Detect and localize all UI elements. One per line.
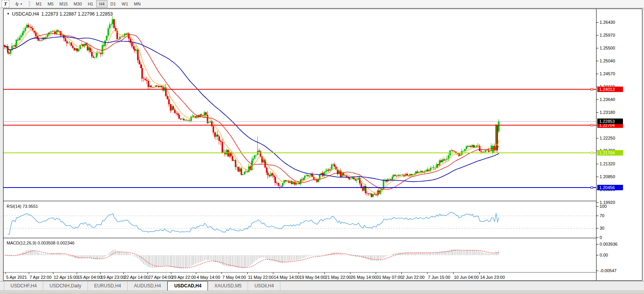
time-tick-mark [299,273,299,274]
time-tick-mark [376,273,376,274]
chart-tab-eurusd[interactable]: EURUSD,H4 [88,282,128,290]
price-axis[interactable]: 1.264301.259701.255001.250401.245701.241… [596,9,642,280]
price-line-badge: 1.20456 [597,185,623,190]
time-tick-mark [29,273,29,274]
axis-tick-mark [596,48,598,48]
time-tick-label: 5 Apr 2021 [6,275,27,280]
time-tick-mark [222,273,222,274]
time-tick-mark [171,273,171,274]
axis-tick-mark [596,61,598,61]
price-tick-label: 1.21320 [600,161,615,166]
time-tick-label: 14 Jun 23:00 [480,275,505,280]
time-tick-label: 7 May 04:00 [222,275,246,280]
rsi-tick-label: 100 [600,204,607,209]
time-tick-label: 10 Jun 04:00 [454,275,479,280]
current-price-badge: 1.22853 [597,119,623,124]
macd-canvas[interactable] [4,239,596,272]
axis-tick-mark [596,206,598,207]
chart-title: ▼ USDCAD,H4 1.22873 1.22887 1.22796 1.22… [7,11,113,17]
chart-tab-usdchf[interactable]: USDCHF,H4 [4,282,43,290]
price-tick-label: 1.26430 [600,20,615,25]
time-tick-label: 19 Apr 23:00 [101,275,125,280]
rsi-canvas[interactable] [4,202,596,237]
rsi-tick-label: 70 [600,213,604,218]
chart-tab-usoil[interactable]: USOil,H4 [248,282,280,290]
time-tick-label: 21 May 22:00 [325,275,351,280]
timeframe-button-h1[interactable]: H1 [85,0,96,7]
price-tick-label: 1.24570 [600,71,615,76]
time-tick-mark [324,273,325,274]
timeframe-button-m15[interactable]: M15 [57,0,70,7]
time-tick-mark [247,273,248,274]
macd-tick-label: -0.00547 [600,268,616,273]
time-tick-label: 29 Apr 22:00 [172,275,196,280]
time-tick-mark [453,273,454,274]
arrows-icon [14,2,19,7]
timeframe-button-d1[interactable]: D1 [108,0,119,7]
macd-tick-label: 0.003936 [600,242,618,246]
time-tick-mark [77,273,77,274]
axis-tick-mark [596,22,598,23]
chart-tab-usdcnh[interactable]: USDCNH,Daily [43,282,88,290]
top-toolbar: T ▾ M1M5M15M30H1H4D1W1MN [0,0,644,8]
timeframe-button-m30[interactable]: M30 [71,0,84,7]
time-tick-label: 4 May 14:00 [197,275,220,280]
rsi-tick-label: 0 [600,235,602,240]
axis-tick-mark [596,228,598,228]
chart-window: ▼ USDCAD,H4 1.22873 1.22887 1.22796 1.22… [3,9,642,281]
price-line-badge: 1.21704 [597,150,623,156]
time-tick-mark [100,273,100,274]
axis-tick-mark [596,138,598,138]
timeframe-button-m1[interactable]: M1 [33,0,44,7]
axis-tick-mark [596,255,598,255]
chart-tab-audusd[interactable]: AUDUSD,H4 [128,282,167,290]
text-tool-button[interactable]: T [2,0,9,7]
time-tick-mark [273,273,273,274]
axis-tick-mark [596,35,598,35]
time-tick-mark [479,273,480,274]
time-tick-mark [148,273,148,274]
chart-tab-xauusd[interactable]: XAUUSD,M5 [208,282,248,290]
time-tick-label: 27 Apr 04:00 [148,275,172,280]
axis-tick-mark [596,164,598,164]
time-tick-label: 31 May 07:00 [377,275,403,280]
time-tick-mark [123,273,124,274]
price-tick-label: 1.25500 [600,46,615,50]
time-tick-label: 22 Apr 14:00 [124,275,148,280]
price-tick-label: 1.25970 [600,33,615,37]
mt4-window: T ▾ M1M5M15M30H1H4D1W1MN ▼ USDCAD,H4 1.2… [0,0,644,294]
timeframe-button-h4[interactable]: H4 [96,0,107,7]
timeframe-group: M1M5M15M30H1H4D1W1MN [33,0,144,7]
status-bar [0,290,644,294]
time-tick-label: 7 Apr 22:00 [30,275,51,280]
arrows-tool-button[interactable]: ▾ [12,0,25,7]
time-tick-label: 2 Jun 22:00 [402,275,425,280]
rsi-tick-label: 30 [600,226,604,230]
chart-tab-bar: USDCHF,H4USDCNH,DailyEURUSD,H4AUDUSD,H4U… [0,281,644,290]
chevron-down-icon: ▾ [20,2,22,6]
toolbar-grip [29,1,30,7]
axis-tick-mark [596,177,598,177]
timeframe-button-mn[interactable]: MN [131,0,143,7]
time-tick-label: 19 May 04:00 [299,275,326,280]
timeframe-button-m5[interactable]: M5 [45,0,56,7]
time-tick-mark [401,273,402,274]
axis-tick-mark [596,216,598,216]
chart-symbol-period: USDCAD,H4 [12,11,39,17]
time-tick-label: 7 Jun 15:00 [428,275,450,280]
time-tick-mark [5,273,6,274]
time-axis[interactable]: 5 Apr 20217 Apr 22:0012 Apr 15:0015 Apr … [4,272,596,280]
time-tick-mark [196,273,196,274]
time-tick-label: 12 Apr 15:00 [54,275,78,280]
time-tick-mark [427,273,428,274]
price-chart-canvas[interactable] [4,9,596,200]
time-tick-mark [53,273,53,274]
timeframe-button-w1[interactable]: W1 [119,0,131,7]
chart-tab-usdcad[interactable]: USDCAD,H4 [167,281,208,290]
time-tick-label: 26 May 14:00 [351,275,377,280]
time-tick-label: 14 May 14:00 [274,275,300,280]
macd-tick-label: 0.00 [600,253,608,257]
axis-tick-mark [596,244,598,244]
axis-tick-mark [596,74,598,74]
price-tick-label: 1.23640 [600,97,615,102]
